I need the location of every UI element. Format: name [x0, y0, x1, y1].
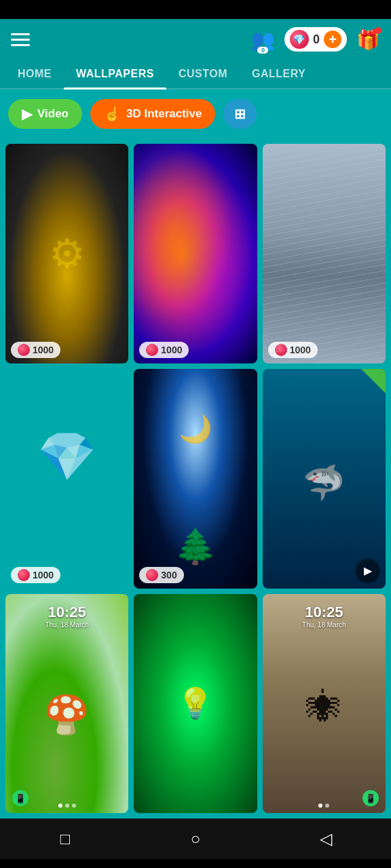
price-value: 300 — [161, 570, 176, 580]
list-item[interactable]: 1000 — [5, 369, 128, 589]
thumb-dots — [263, 804, 386, 808]
coin-gem: 💎 — [290, 30, 309, 49]
filter-video[interactable]: ▶ Video — [8, 99, 82, 129]
clock-date: Thu, 18 March — [5, 621, 128, 629]
circle-icon: ○ — [191, 829, 201, 848]
clock-overlay: 10:25 Thu, 18 March — [263, 604, 386, 629]
gem-icon — [275, 344, 287, 356]
header: 👥 0 💎 0 + 🎁 — [0, 19, 391, 60]
play-icon: ▶ — [22, 106, 32, 122]
list-item[interactable]: 10:25 Thu, 18 March 📱 — [5, 594, 128, 814]
tab-wallpapers[interactable]: WALLPAPERS — [64, 60, 166, 88]
price-tag: 300 — [139, 567, 183, 583]
touch-icon: ☝ — [104, 106, 121, 122]
filter-3d[interactable]: ☝ 3D Interactive — [90, 99, 216, 129]
clock-date: Thu, 18 March — [263, 621, 386, 629]
list-item[interactable]: 300 — [134, 369, 257, 589]
nav-square-button[interactable]: □ — [52, 825, 79, 852]
gem-icon — [18, 344, 30, 356]
nav-tabs: HOME WALLPAPERS CUSTOM GALLERY — [0, 60, 391, 90]
group-badge: 0 — [257, 47, 268, 54]
filter-video-label: Video — [37, 107, 69, 121]
bottom-nav: □ ○ ◁ — [0, 818, 391, 859]
price-value: 1000 — [33, 570, 54, 580]
price-tag: 1000 — [11, 342, 60, 358]
thumb-dots — [5, 804, 128, 808]
gift-icon-wrap[interactable]: 🎁 — [356, 28, 380, 51]
play-button[interactable]: ▶ — [356, 559, 380, 583]
layers-icon: ⊞ — [234, 106, 246, 122]
price-tag: 1000 — [11, 567, 60, 583]
gem-icon — [18, 569, 30, 581]
filter-layers[interactable]: ⊞ — [223, 99, 257, 129]
filter-row: ▶ Video ☝ 3D Interactive ⊞ — [0, 90, 391, 138]
price-value: 1000 — [290, 344, 311, 355]
price-tag: 1000 — [139, 342, 189, 358]
clock-overlay: 10:25 Thu, 18 March — [5, 604, 128, 629]
list-item[interactable]: 1000 — [134, 144, 257, 363]
list-item[interactable]: ▶ — [263, 369, 386, 589]
status-bar — [0, 0, 391, 19]
tab-custom[interactable]: CUSTOM — [166, 60, 240, 88]
list-item[interactable]: 1000 — [5, 144, 128, 363]
gift-dot — [375, 27, 381, 34]
nav-back-button[interactable]: ◁ — [312, 825, 339, 852]
tab-home[interactable]: HOME — [5, 60, 64, 88]
price-tag: 1000 — [268, 342, 318, 358]
price-value: 1000 — [33, 344, 54, 355]
hamburger-menu[interactable] — [11, 33, 30, 46]
list-item[interactable]: 1000 — [263, 144, 386, 363]
corner-tag — [361, 369, 386, 393]
gem-icon — [146, 344, 158, 356]
coin-add-button[interactable]: + — [324, 31, 341, 48]
square-icon: □ — [60, 829, 71, 848]
back-icon: ◁ — [320, 829, 332, 848]
group-icon-wrap[interactable]: 👥 0 — [251, 28, 275, 51]
gem-icon — [146, 569, 158, 581]
list-item[interactable]: 10:25 Thu, 18 March 📱 — [263, 594, 386, 814]
price-value: 1000 — [161, 344, 182, 355]
list-item[interactable] — [134, 594, 257, 814]
nav-home-button[interactable]: ○ — [182, 825, 209, 852]
tab-gallery[interactable]: GALLERY — [240, 60, 318, 88]
wallpaper-grid: 1000 1000 1000 1000 300 ▶ 10:25 T — [0, 138, 391, 818]
filter-3d-label: 3D Interactive — [126, 107, 202, 121]
coin-count: 0 — [313, 33, 320, 47]
header-right: 👥 0 💎 0 + 🎁 — [251, 27, 380, 52]
coin-pill[interactable]: 💎 0 + — [284, 27, 347, 52]
clock-time: 10:25 — [263, 604, 386, 621]
clock-time: 10:25 — [5, 604, 128, 621]
